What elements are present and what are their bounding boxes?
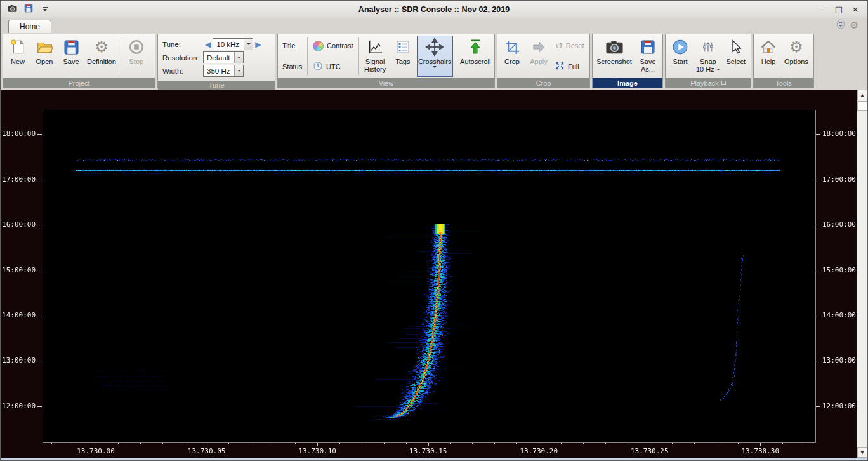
gear-icon: ⚙: [95, 37, 109, 57]
reset-button[interactable]: ↺ Reset: [553, 39, 586, 52]
group-image: Screenshot Save As... Image: [592, 34, 663, 88]
combo-dropdown-button[interactable]: [234, 65, 243, 76]
minimize-button[interactable]: –: [815, 4, 829, 15]
window-controls: – □ ×: [815, 4, 867, 15]
quick-access-more-button[interactable]: [39, 4, 51, 15]
resolution-value: Default: [204, 54, 234, 62]
screenshot-button[interactable]: Screenshot: [595, 36, 634, 77]
resolution-combobox[interactable]: Default: [203, 51, 244, 63]
quick-screenshot-button[interactable]: [6, 4, 18, 15]
crop-icon: [504, 37, 520, 57]
tune-step-value: 10 kHz: [213, 41, 244, 48]
quick-save-button[interactable]: [22, 4, 35, 15]
image-save-as-button[interactable]: Save As...: [635, 36, 661, 77]
play-icon: [672, 37, 688, 57]
width-value: 350 Hz: [204, 67, 234, 75]
crosshairs-icon: [425, 37, 444, 57]
cursor-arrow-icon: [728, 37, 744, 57]
scrollbar-track[interactable]: [857, 111, 867, 447]
crop-button[interactable]: Crop: [499, 36, 525, 77]
save-floppy-icon: [63, 37, 79, 57]
open-button[interactable]: Open: [32, 36, 57, 77]
snap-button[interactable]: Snap 10 Hz: [694, 36, 722, 77]
group-label-project: Project: [3, 78, 155, 88]
combo-dropdown-button[interactable]: [244, 39, 253, 50]
new-button[interactable]: New: [5, 36, 30, 77]
status-toggle-button[interactable]: Status: [280, 62, 305, 72]
ribbon: New Open Save ⚙ Definition Stop: [1, 33, 867, 90]
separator: [456, 37, 456, 75]
signal-history-button[interactable]: Signal History: [361, 36, 388, 77]
scroll-down-button[interactable]: ▼: [857, 447, 867, 458]
group-tune: Tune: ◀ 10 kHz ▶ Resolution: Default: [157, 34, 275, 88]
apply-arrow-icon: [530, 37, 547, 57]
new-document-icon: [10, 37, 26, 57]
group-label-crop: Crop: [497, 78, 589, 88]
vertical-scrollbar[interactable]: ▲ ▼: [857, 90, 867, 458]
full-expand-arrows-icon: [555, 61, 565, 72]
home-house-icon: [760, 37, 777, 57]
group-playback: Start Snap 10 Hz Select Playback: [665, 34, 751, 88]
save-floppy-icon: [640, 37, 655, 57]
window-title: Analyser :: SDR Console :: Nov 02, 2019: [1, 5, 867, 14]
waterfall-area: ▲ ▼: [1, 90, 867, 458]
tab-home[interactable]: Home: [8, 20, 51, 33]
tune-right-arrow-button[interactable]: ▶: [253, 40, 263, 49]
contrast-button[interactable]: Contrast: [310, 39, 356, 53]
camera-icon: [8, 4, 17, 15]
waterfall-canvas[interactable]: [1, 90, 857, 458]
scroll-up-button[interactable]: ▲: [857, 90, 867, 100]
ribbon-tab-row: Home ⚙: [1, 18, 867, 33]
separator: [307, 37, 308, 75]
save-button[interactable]: Save: [58, 36, 84, 77]
group-label-tools: Tools: [754, 78, 813, 88]
dropdown-caret-icon: [247, 43, 251, 45]
full-button[interactable]: Full: [553, 60, 586, 73]
close-button[interactable]: ×: [848, 4, 862, 15]
separator: [358, 37, 359, 75]
combo-dropdown-button[interactable]: [234, 52, 243, 63]
crosshairs-button[interactable]: Crosshairs: [417, 36, 453, 77]
dropdown-caret-icon: [237, 57, 241, 58]
clock-icon: [313, 61, 323, 72]
group-label-view: View: [278, 78, 494, 88]
dropdown-caret-icon: [716, 69, 720, 70]
analyser-window: Analyser :: SDR Console :: Nov 02, 2019 …: [0, 0, 868, 461]
definition-button[interactable]: ⚙ Definition: [85, 36, 118, 77]
dialog-launcher-icon[interactable]: [721, 81, 726, 85]
select-button[interactable]: Select: [723, 36, 749, 77]
playback-start-button[interactable]: Start: [667, 36, 693, 77]
tune-step-combobox[interactable]: 10 kHz: [213, 38, 253, 50]
signal-history-chart-icon: [367, 37, 383, 57]
tune-left-arrow-button[interactable]: ◀: [203, 40, 213, 49]
group-tools: Help ⚙ Options Tools: [753, 34, 814, 88]
options-button[interactable]: ⚙ Options: [782, 36, 810, 77]
autoscroll-button[interactable]: Autoscroll: [459, 36, 492, 77]
group-project: New Open Save ⚙ Definition Stop: [3, 34, 155, 88]
group-crop: Crop Apply ↺ Reset Full Crop: [497, 34, 590, 88]
ribbon-options-gear-icon[interactable]: ⚙: [850, 21, 858, 30]
open-folder-icon: [36, 37, 53, 57]
overline: [43, 7, 48, 8]
scrollbar-thumb[interactable]: [857, 101, 867, 111]
gear-icon: ⚙: [789, 37, 803, 57]
apply-button[interactable]: Apply: [526, 36, 551, 77]
window-bottom-edge: [1, 458, 867, 460]
tags-button[interactable]: Tags: [390, 36, 416, 77]
resolution-label: Resolution:: [162, 54, 203, 62]
stop-button[interactable]: Stop: [124, 36, 149, 77]
width-combobox[interactable]: 350 Hz: [203, 65, 244, 77]
dropdown-caret-icon: [43, 9, 47, 11]
group-label-tune: Tune: [158, 81, 275, 90]
quick-access-toolbar: [1, 4, 51, 15]
down-arrow-icon: ▼: [860, 450, 864, 455]
tags-list-icon: [395, 37, 411, 57]
title-toggle-button[interactable]: Title: [280, 41, 305, 51]
utc-toggle-button[interactable]: UTC: [310, 60, 356, 74]
maximize-button[interactable]: □: [832, 4, 846, 15]
color-wheel-icon: [313, 41, 324, 51]
separator: [121, 37, 121, 75]
help-button[interactable]: Help: [756, 36, 781, 77]
ribbon-collapse-icon[interactable]: [836, 19, 845, 32]
autoscroll-up-arrow-icon: [468, 37, 483, 57]
